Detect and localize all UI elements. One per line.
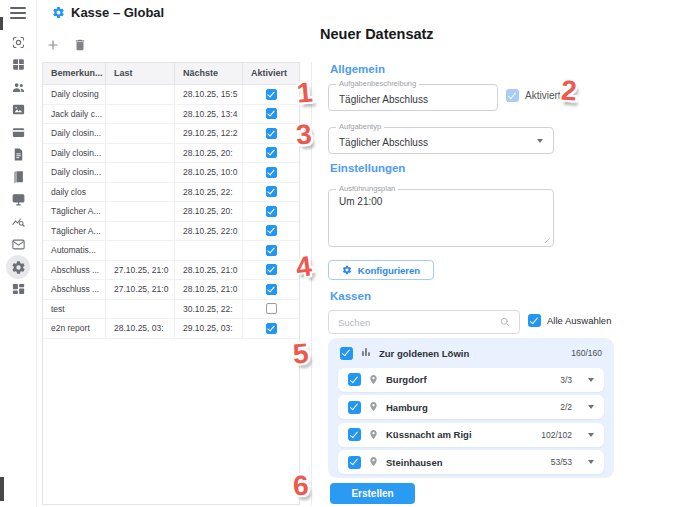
location-count: 3/3	[560, 375, 572, 385]
settings-gear-icon[interactable]	[6, 255, 30, 279]
table-row[interactable]: Daily closin... 28.10.25, 10:0	[43, 163, 299, 183]
media-image-icon[interactable]	[6, 98, 30, 122]
cell-bemerkung: Jack daily c...	[43, 105, 106, 124]
ausfuehrungsplan-textarea[interactable]: Ausführungsplan Um 21:00	[328, 189, 554, 247]
row-checkbox[interactable]	[266, 225, 277, 236]
delete-trash-button[interactable]	[72, 37, 87, 52]
row-checkbox[interactable]	[266, 245, 277, 256]
table-row[interactable]: Täglicher A... 28.10.25, 22:0	[43, 222, 299, 242]
hamburger-menu-icon[interactable]	[10, 7, 26, 19]
payments-card-icon[interactable]	[6, 120, 30, 144]
group-checkbox[interactable]	[340, 347, 353, 360]
cell-naechste: 28.10.25, 20:	[175, 144, 243, 163]
analytics-chart-icon[interactable]	[6, 210, 30, 234]
modules-grid-icon[interactable]	[6, 53, 30, 77]
table-row[interactable]: Automatis...	[43, 241, 299, 261]
location-name: Küssnacht am Rigi	[386, 429, 472, 440]
group-header-row[interactable]: Zur goldenen Löwin 160/160	[338, 342, 604, 364]
chevron-down-icon[interactable]	[588, 378, 594, 382]
table-row[interactable]: Jack daily c... 28.10.25, 13:4	[43, 105, 299, 125]
location-row[interactable]: Burgdorf 3/3	[338, 368, 604, 392]
chevron-down-icon[interactable]	[588, 460, 594, 464]
row-checkbox[interactable]	[266, 284, 277, 295]
aktiviert-checkbox[interactable]	[506, 89, 519, 102]
col-header-naechste[interactable]: Nächste	[175, 63, 243, 84]
row-checkbox[interactable]	[266, 264, 277, 275]
row-checkbox[interactable]	[266, 303, 277, 314]
users-icon[interactable]	[6, 75, 30, 99]
add-button[interactable]	[45, 37, 60, 52]
annotation-6: 6	[292, 472, 309, 501]
table-row[interactable]: Daily closin... 28.10.25, 20:	[43, 144, 299, 164]
cell-naechste: 28.10.25, 21:0	[175, 261, 243, 280]
col-header-bemerkung[interactable]: Bemerkun...	[43, 63, 106, 84]
row-checkbox[interactable]	[266, 323, 277, 334]
documents-icon[interactable]	[6, 143, 30, 167]
row-checkbox[interactable]	[266, 206, 277, 217]
cell-last	[106, 183, 175, 202]
resize-handle[interactable]	[542, 235, 550, 243]
cell-bemerkung: Daily closin...	[43, 163, 106, 182]
row-checkbox[interactable]	[266, 147, 277, 158]
table-row[interactable]: Abschluss ... 27.10.25, 21:0 28.10.25, 2…	[43, 280, 299, 300]
location-checkbox[interactable]	[348, 401, 361, 414]
chevron-down-icon[interactable]	[588, 433, 594, 437]
col-header-aktiviert[interactable]: Aktiviert	[243, 63, 299, 84]
cell-naechste: 29.10.25, 12:2	[175, 124, 243, 143]
textarea-value: Um 21:00	[339, 196, 382, 207]
cell-aktiviert	[243, 261, 299, 280]
erstellen-button[interactable]: Erstellen	[330, 483, 415, 504]
cell-naechste: 28.10.25, 22:0	[175, 222, 243, 241]
search-icon	[499, 316, 511, 328]
search-input[interactable]	[329, 317, 499, 328]
table-row[interactable]: Daily closin... 29.10.25, 12:2	[43, 124, 299, 144]
row-checkbox[interactable]	[266, 128, 277, 139]
row-checkbox[interactable]	[266, 186, 277, 197]
cell-last	[106, 163, 175, 182]
location-pin-icon	[368, 453, 379, 471]
aktiviert-label: Aktiviert	[525, 90, 561, 101]
scan-icon[interactable]	[6, 30, 30, 54]
location-name: Hamburg	[386, 402, 428, 413]
cell-bemerkung: test	[43, 300, 106, 319]
field-value: Täglicher Abschluss	[339, 94, 428, 105]
apps-dashboard-icon[interactable]	[6, 278, 30, 302]
table-row[interactable]: e2n report 28.10.25, 03: 29.10.25, 03:	[43, 319, 299, 339]
aufgabenbeschreibung-field[interactable]: Aufgabenbeschreibung Täglicher Abschluss	[328, 84, 498, 111]
mail-icon[interactable]	[6, 233, 30, 257]
location-row[interactable]: Hamburg 2/2	[338, 395, 604, 419]
location-row[interactable]: Steinhausen 53/53	[338, 450, 604, 474]
location-checkbox[interactable]	[348, 428, 361, 441]
table-row[interactable]: test 30.10.25, 22:	[43, 300, 299, 320]
location-pin-icon	[368, 398, 379, 416]
konfigurieren-button[interactable]: Konfigurieren	[328, 260, 434, 280]
cell-last	[106, 202, 175, 221]
location-checkbox[interactable]	[348, 456, 361, 469]
annotation-5: 5	[292, 339, 310, 368]
row-checkbox[interactable]	[266, 108, 277, 119]
cell-last	[106, 241, 175, 260]
aufgabentyp-select[interactable]: Aufgabentyp Täglicher Abschluss	[328, 127, 554, 154]
cell-aktiviert	[243, 85, 299, 104]
location-checkbox[interactable]	[348, 373, 361, 386]
select-all-checkbox[interactable]	[528, 314, 541, 327]
table-row[interactable]: Daily closing 28.10.25, 15:5	[43, 85, 299, 105]
table-row[interactable]: daily clos 28.10.25, 22:	[43, 183, 299, 203]
cell-aktiviert	[243, 319, 299, 338]
chevron-down-icon[interactable]	[588, 405, 594, 409]
col-header-last[interactable]: Last	[106, 63, 175, 84]
display-monitor-icon[interactable]	[6, 188, 30, 212]
location-row[interactable]: Küssnacht am Rigi 102/102	[338, 423, 604, 447]
cell-aktiviert	[243, 144, 299, 163]
journal-book-icon[interactable]	[6, 165, 30, 189]
annotation-4: 4	[294, 252, 313, 282]
row-checkbox[interactable]	[266, 89, 277, 100]
table-row[interactable]: Abschluss ... 27.10.25, 21:0 28.10.25, 2…	[43, 261, 299, 281]
cell-aktiviert	[243, 241, 299, 260]
table-row[interactable]: Täglicher A... 28.10.25, 20:	[43, 202, 299, 222]
row-checkbox[interactable]	[266, 167, 277, 178]
cell-bemerkung: Abschluss ...	[43, 261, 106, 280]
button-label: Konfigurieren	[358, 265, 420, 276]
sidebar	[0, 0, 37, 507]
cell-naechste: 28.10.25, 13:4	[175, 105, 243, 124]
